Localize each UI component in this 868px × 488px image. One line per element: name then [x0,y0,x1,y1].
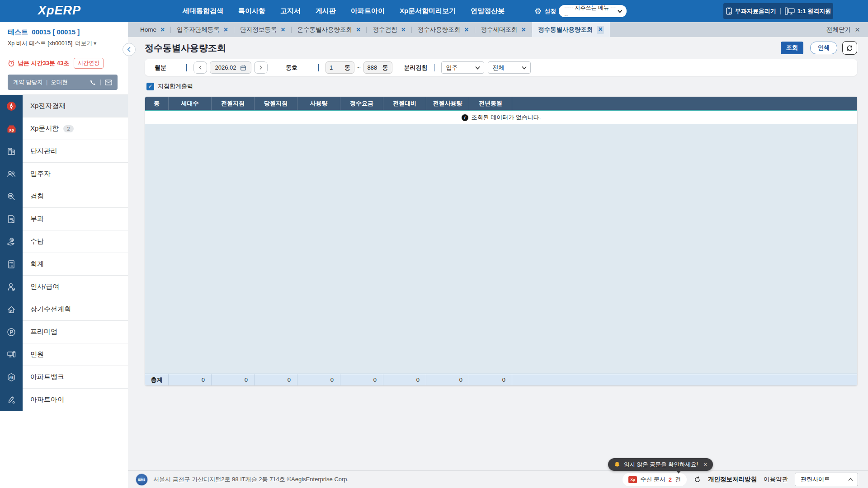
gear-icon[interactable]: ⚙ [534,7,542,15]
bill-icon [0,208,23,230]
sidebar-item-approval[interactable]: Xp전자결재 [0,95,128,117]
tab-hotwater-usage[interactable]: 온수동별사용량조회× [292,22,367,37]
table-total-row: 총계 0 0 0 0 0 0 0 0 [145,374,857,385]
next-month-button[interactable] [254,61,268,74]
print-button[interactable]: 인쇄 [810,42,837,54]
inbox-button[interactable]: Xp 수신 문서 2 건 [623,473,687,486]
close-icon[interactable]: × [522,26,526,33]
mail-icon[interactable] [105,80,112,85]
sidebar-item-longterm-repair[interactable]: 장기수선계획 [0,298,128,321]
sidebar-item-billing[interactable]: 부과 [0,208,128,230]
sidebar-item-label: Xp전자결재 [30,102,66,110]
settings-label[interactable]: 설정 [544,7,556,15]
dong-from-input[interactable]: 1 동 [326,61,354,74]
remote-support-button[interactable]: 1:1 원격지원 [785,7,831,15]
month-picker[interactable]: 2026.02 [210,61,251,74]
extend-time-button[interactable]: 시간연장 [74,58,104,69]
tab-water-usage[interactable]: 정수사용량조회× [412,22,475,37]
dong-from-value: 1 [330,64,333,71]
occupancy-select-value: 입주 [446,64,458,72]
sidebar-item-label: 아파트뱅크 [30,373,64,381]
tab-label: 온수동별사용량조회 [297,26,353,34]
divider [318,64,319,71]
sidebar-item-aptbank[interactable]: AB 아파트뱅크 [0,366,128,389]
dong-to-value: 888 [368,64,377,71]
menu-apt-i[interactable]: 아파트아이 [351,7,385,15]
menu-remarks[interactable]: 특이사항 [238,7,265,15]
tab-home[interactable]: Home× [134,22,170,37]
privacy-policy-link[interactable]: 개인정보처리방침 [708,475,757,483]
footer-refresh-icon[interactable] [693,476,701,483]
menu-household-search[interactable]: 세대통합검색 [183,7,223,15]
tab-water-dong-usage[interactable]: 정수동별사용량조회× [532,22,610,37]
site-subtitle: Xp 비서 테스트 [xb00015] [8,40,72,47]
terms-link[interactable]: 이용약관 [764,475,788,483]
chevron-down-icon [618,9,623,13]
upload-billing-button[interactable]: 부과자료올리기 [726,7,776,15]
checkbox-label: 지침합계출력 [158,82,193,90]
tab-resident-group[interactable]: 입주자단체등록× [171,22,234,37]
column-header: 당월지침 [255,97,297,110]
contact-card: 계약 담당자 | 오대현 [8,75,118,90]
close-icon[interactable]: × [401,26,405,33]
remote-support-label: 1:1 원격지원 [797,7,831,15]
menu-notice-bill[interactable]: 고지서 [280,7,301,15]
checkbox-checked-icon[interactable]: ✓ [146,83,154,90]
sidebar-item-accounting[interactable]: 회계 [0,253,128,276]
close-icon[interactable]: × [160,26,165,33]
sidebar-collapse-button[interactable] [123,43,136,56]
building-icon [0,140,23,163]
dong-to-input[interactable]: 888 동 [363,61,392,74]
close-icon[interactable]: × [597,26,604,34]
total-cell: 0 [469,374,512,385]
tab-complex-info[interactable]: 단지정보등록× [234,22,291,37]
xp-inbox-icon: Xp [628,476,637,483]
tab-water-household[interactable]: 정수세대조회× [475,22,532,37]
search-button[interactable]: 조회 [781,42,803,54]
sidebar-item-metering[interactable]: 검침 [0,185,128,208]
close-icon[interactable]: × [356,26,360,33]
menu-docbox-preview[interactable]: Xp문서함미리보기 [400,7,456,15]
sidebar-item-complex[interactable]: 단지관리 [0,140,128,163]
month-label: 월분 [155,64,186,72]
scope-select-value: 전체 [493,64,505,72]
sidebar-item-premium[interactable]: 프리미엄 [0,321,128,343]
related-sites-select[interactable]: 관련사이트 [795,473,858,486]
sidebar-item-docbox[interactable]: Xp Xp문서함 2 [0,117,128,140]
docbox-count-badge: 2 [63,125,73,132]
phone-icon[interactable] [90,79,96,86]
prev-month-button[interactable] [193,61,207,74]
sidebar-item-label: 프리미엄 [30,328,57,336]
refresh-button[interactable] [842,41,857,55]
sidebar-item-label: 민원 [30,350,44,359]
dong-suffix: 동 [344,64,350,72]
close-icon[interactable]: × [281,26,285,33]
occupancy-select[interactable]: 입주 [441,61,484,74]
favorites-menu-select[interactable]: ----- 자주쓰는 메뉴 ----- [559,5,627,17]
sidebar-item-label: 인사/급여 [30,282,59,291]
column-header: 동 [145,97,169,110]
close-all-tabs-button[interactable]: 전체닫기 × [826,25,860,34]
month-value: 2026.02 [215,64,236,71]
upload-billing-label: 부과자료올리기 [735,7,776,15]
alarm-clock-icon [8,60,15,67]
more-button[interactable]: 더보기 ▾ [75,40,96,47]
menu-board[interactable]: 게시판 [316,7,336,15]
menu-yearend-bot[interactable]: 연말정산봇 [471,7,505,15]
tab-label: 정수세대조회 [481,26,518,34]
divider [100,80,101,85]
calendar-icon [240,65,246,71]
sidebar-item-hr-payroll[interactable]: 인사/급여 [0,276,128,298]
close-icon[interactable]: × [464,26,468,33]
toast-close-icon[interactable]: × [703,461,707,468]
dong-label: 동호 [286,64,318,72]
sidebar-item-apt-i[interactable]: 아파트아이 [0,389,128,411]
tab-water-meter[interactable]: 정수검침× [367,22,411,37]
sidebar-item-collection[interactable]: 수납 [0,230,128,253]
close-icon[interactable]: × [224,26,228,33]
scope-select[interactable]: 전체 [488,61,531,74]
sidebar-item-resident[interactable]: 입주자 [0,163,128,185]
sidebar-item-minwon[interactable]: 민원 [0,343,128,366]
xp-docbox-icon: Xp [0,117,23,140]
sum-output-checkbox[interactable]: ✓ 지침합계출력 [146,82,193,90]
